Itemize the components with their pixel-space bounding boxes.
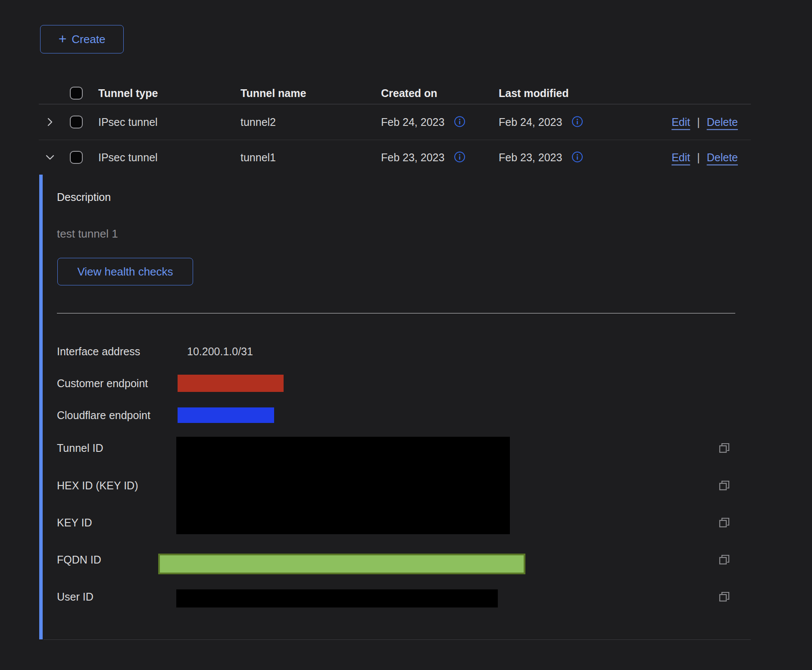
- table-row: IPsec tunnel tunnel2 Feb 24, 2023 Feb 24…: [39, 104, 751, 140]
- copy-icon: [717, 590, 731, 604]
- create-button[interactable]: + Create: [40, 25, 124, 53]
- view-health-checks-button[interactable]: View health checks: [57, 258, 193, 285]
- cloudflare-endpoint-label: Cloudflare endpoint: [57, 407, 150, 423]
- copy-icon: [717, 479, 731, 492]
- expanded-row-accent-bar: [39, 175, 43, 639]
- tunnel-type-cell: IPsec tunnel: [98, 151, 158, 163]
- user-id-redaction: [176, 589, 498, 607]
- user-id-label: User ID: [57, 589, 94, 604]
- link-separator: |: [697, 151, 700, 163]
- copy-fqdn-id-button[interactable]: [717, 553, 732, 567]
- tunnel-id-label: Tunnel ID: [57, 440, 103, 456]
- key-id-label: KEY ID: [57, 515, 92, 530]
- plus-icon: +: [59, 32, 67, 46]
- row-actions: Edit | Delete: [671, 116, 738, 128]
- customer-endpoint-label: Customer endpoint: [57, 376, 148, 391]
- info-icon[interactable]: [572, 151, 584, 163]
- copy-icon: [717, 516, 731, 529]
- customer-endpoint-redaction: [178, 375, 284, 392]
- table-header-row: Tunnel type Tunnel name Created on Last …: [39, 82, 751, 104]
- row-checkbox[interactable]: [70, 151, 83, 164]
- create-button-label: Create: [72, 33, 105, 46]
- chevron-right-icon: [45, 117, 55, 127]
- description-label: Description: [57, 191, 111, 204]
- interface-address-label: Interface address: [57, 344, 140, 359]
- link-separator: |: [697, 116, 700, 128]
- expand-row-button[interactable]: [44, 116, 56, 128]
- column-header-tunnel-name: Tunnel name: [240, 87, 306, 99]
- edit-link[interactable]: Edit: [671, 151, 690, 163]
- select-all-checkbox[interactable]: [70, 87, 83, 100]
- ids-redaction-block: [176, 437, 510, 534]
- copy-key-id-button[interactable]: [717, 516, 732, 530]
- copy-tunnel-id-button[interactable]: [717, 441, 732, 456]
- delete-link[interactable]: Delete: [707, 116, 738, 128]
- copy-icon: [717, 441, 731, 455]
- tunnel-name-cell: tunnel1: [240, 151, 276, 163]
- last-modified-cell: Feb 24, 2023: [499, 116, 584, 128]
- copy-hex-id-button[interactable]: [717, 479, 732, 493]
- tunnel-name-cell: tunnel2: [240, 116, 276, 128]
- created-on-date: Feb 24, 2023: [381, 116, 444, 128]
- table-row: IPsec tunnel tunnel1 Feb 23, 2023 Feb 23…: [39, 140, 751, 175]
- copy-user-id-button[interactable]: [717, 590, 732, 604]
- interface-address-value: 10.200.1.0/31: [187, 344, 253, 359]
- info-icon[interactable]: [454, 151, 466, 163]
- copy-icon: [717, 553, 731, 567]
- edit-link[interactable]: Edit: [671, 116, 690, 128]
- expanded-row-bottom-divider: [44, 639, 751, 640]
- tunnels-page: + Create Tunnel type Tunnel name Created…: [0, 0, 812, 670]
- info-icon[interactable]: [454, 116, 466, 128]
- fqdn-id-redaction: [158, 554, 525, 574]
- row-actions: Edit | Delete: [671, 151, 738, 163]
- tunnel-type-cell: IPsec tunnel: [98, 116, 158, 128]
- last-modified-date: Feb 24, 2023: [499, 116, 562, 128]
- delete-link[interactable]: Delete: [707, 151, 738, 163]
- description-value: test tunnel 1: [57, 227, 118, 241]
- column-header-created-on: Created on: [381, 87, 437, 99]
- collapse-row-button[interactable]: [44, 151, 56, 163]
- column-header-tunnel-type: Tunnel type: [98, 87, 158, 99]
- column-header-last-modified: Last modified: [499, 87, 569, 99]
- created-on-cell: Feb 23, 2023: [381, 151, 466, 163]
- chevron-down-icon: [45, 152, 55, 163]
- created-on-cell: Feb 24, 2023: [381, 116, 466, 128]
- hex-id-label: HEX ID (KEY ID): [57, 478, 138, 493]
- row-checkbox[interactable]: [70, 116, 83, 128]
- details-divider: [57, 313, 735, 313]
- info-icon[interactable]: [572, 116, 584, 128]
- last-modified-date: Feb 23, 2023: [499, 151, 562, 163]
- fqdn-id-label: FQDN ID: [57, 552, 101, 567]
- cloudflare-endpoint-redaction: [178, 407, 274, 423]
- last-modified-cell: Feb 23, 2023: [499, 151, 584, 163]
- created-on-date: Feb 23, 2023: [381, 151, 444, 163]
